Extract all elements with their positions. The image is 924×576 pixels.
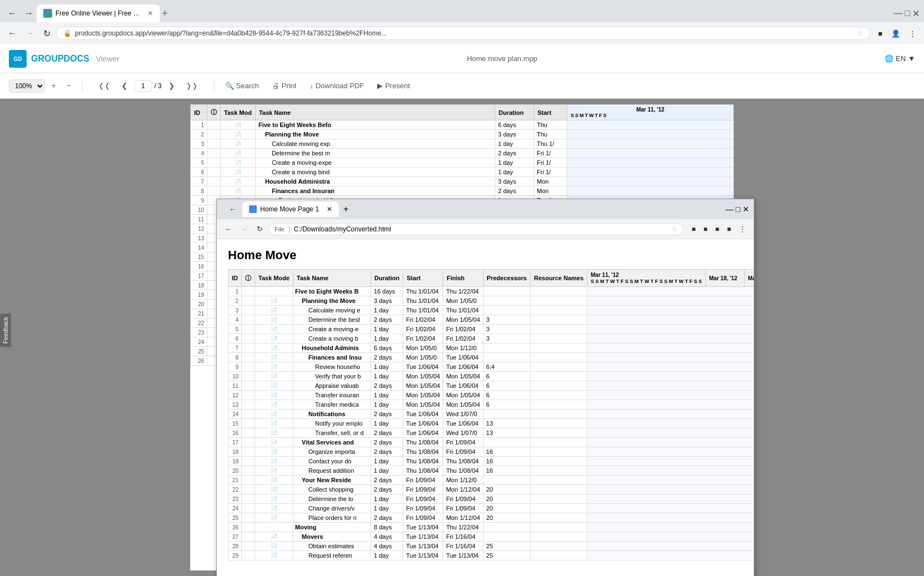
profile-btn[interactable]: 👤 — [888, 27, 903, 40]
col-taskname: Task Name — [255, 105, 495, 120]
html-row-start: Fri 1/09/04 — [403, 485, 443, 494]
back-btn[interactable]: ← — [4, 6, 20, 21]
html-row-id: 23 — [229, 494, 242, 504]
row-task-name: Finances and Insuran — [255, 186, 495, 196]
html-col-taskmode: Task Mode — [255, 270, 293, 287]
second-ext-btn-1[interactable]: ■ — [688, 223, 699, 235]
download-btn[interactable]: ↓ Download PDF — [305, 79, 368, 92]
html-row-name: Notify your emplo — [293, 419, 371, 428]
html-row-info — [242, 391, 255, 400]
close-btn[interactable]: ✕ — [912, 8, 920, 19]
second-ext-btn-4[interactable]: ■ — [724, 223, 734, 235]
html-row-predecessors — [483, 438, 530, 447]
html-row-id: 15 — [229, 419, 242, 428]
html-row-mode: 📄 — [255, 410, 293, 419]
second-maximize-btn[interactable]: □ — [736, 205, 740, 214]
maximize-btn[interactable]: □ — [905, 8, 910, 18]
html-row-finish: Thu 1/01/04 — [443, 306, 483, 315]
second-ext-btn-2[interactable]: ■ — [700, 223, 710, 235]
second-ext-btn-3[interactable]: ■ — [712, 223, 723, 235]
second-reload[interactable]: ↻ — [253, 223, 266, 235]
html-row-predecessors: 20 — [483, 485, 530, 494]
html-col-taskname: Task Name — [293, 270, 371, 287]
second-tab-close[interactable]: ✕ — [327, 205, 332, 213]
print-btn[interactable]: 🖨 Print — [268, 79, 301, 92]
html-row-info — [242, 504, 255, 513]
active-tab[interactable]: Free Online Viewer | Free Grou... ✕ — [37, 4, 160, 22]
html-row-duration: 2 days — [371, 476, 403, 485]
page-input[interactable]: 1 — [134, 80, 152, 92]
html-row-gantt — [587, 287, 754, 296]
html-row-predecessors: 20 — [483, 494, 530, 504]
html-row-resources — [530, 447, 587, 457]
html-row-name: Determine the lo — [293, 494, 371, 504]
present-btn[interactable]: ▶ Present — [373, 79, 414, 92]
second-active-tab[interactable]: Home Move Page 1 ✕ — [242, 201, 339, 217]
prev-page-btn[interactable]: ❮ — [117, 79, 132, 92]
address-bar[interactable]: 🔒 products.groupdocs.app/viewer/app/?lan… — [56, 27, 870, 40]
forward-nav-btn[interactable]: → — [22, 26, 38, 41]
html-table-row: 13 📄 Transfer medica 1 day Mon 1/05/04 M… — [229, 400, 754, 410]
html-table-row: 7 📄 Household Adminis 6 days Mon 1/05/0 … — [229, 343, 754, 353]
html-table-row: 5 📄 Create a moving-e 1 day Fri 1/02/04 … — [229, 325, 754, 334]
html-row-gantt — [587, 504, 754, 513]
zoom-out-btn[interactable]: − — [63, 79, 76, 92]
html-row-gantt — [587, 325, 754, 334]
second-star-icon[interactable]: ☆ — [672, 225, 678, 233]
html-row-gantt — [587, 532, 754, 542]
first-page-btn[interactable]: ❬❬ — [94, 79, 115, 92]
new-tab-btn[interactable]: + — [162, 8, 168, 19]
feedback-tab[interactable]: Feedback — [0, 314, 11, 347]
html-row-start: Tue 1/13/04 — [403, 551, 443, 560]
second-address-bar[interactable]: File | C:/Downloads/myConverted.html ☆ — [268, 223, 684, 235]
html-col-finish: Finish — [443, 270, 483, 287]
forward-btn[interactable]: → — [21, 6, 37, 21]
second-back-nav[interactable]: ← — [221, 223, 235, 235]
html-row-duration: 1 day — [371, 334, 403, 343]
second-back-btn[interactable]: ← — [226, 203, 240, 216]
html-row-predecessors: 13 — [483, 428, 530, 438]
second-forward-nav[interactable]: → — [237, 223, 251, 235]
menu-btn[interactable]: ⋮ — [906, 27, 920, 40]
html-table-row: 28 📄 Obtain estimates 4 days Tue 1/13/04… — [229, 542, 754, 551]
html-row-duration: 1 day — [371, 504, 403, 513]
row-task-name: Create a moving-expe — [255, 158, 495, 168]
minimize-btn[interactable]: — — [893, 8, 902, 18]
tab-close-btn[interactable]: ✕ — [148, 9, 153, 17]
second-new-tab-btn[interactable]: + — [341, 204, 351, 214]
html-col-predecessors: Predecessors — [483, 270, 530, 287]
extensions-btn[interactable]: ■ — [875, 27, 886, 40]
html-row-name: Transfer, sell, or d — [293, 428, 371, 438]
html-row-gantt — [587, 485, 754, 494]
row-id: 11 — [191, 215, 207, 224]
second-menu-btn[interactable]: ⋮ — [735, 223, 749, 235]
zoom-select[interactable]: 100% 75% 150% — [9, 79, 45, 93]
html-row-predecessors — [483, 306, 530, 315]
html-row-start: Tue 1/13/04 — [403, 542, 443, 551]
html-row-finish: Mon 1/05/0 — [443, 296, 483, 306]
last-page-btn[interactable]: ❭❭ — [181, 79, 202, 92]
row-id: 12 — [191, 224, 207, 234]
zoom-in-btn[interactable]: + — [47, 79, 60, 92]
reload-btn[interactable]: ↻ — [40, 26, 54, 41]
html-row-resources — [530, 362, 587, 372]
html-row-name: Place orders for n — [293, 513, 371, 523]
search-btn[interactable]: 🔍 Search — [221, 79, 263, 92]
back-nav-btn[interactable]: ← — [4, 26, 20, 41]
html-row-mode: 📄 — [255, 476, 293, 485]
row-info-icon — [207, 168, 221, 177]
html-content[interactable]: Home Move ID ⓘ Task Mode Task Name Durat… — [217, 239, 754, 576]
html-row-name: Change drivers/v — [293, 504, 371, 513]
html-row-mode: 📄 — [255, 532, 293, 542]
second-close-btn[interactable]: ✕ — [743, 205, 749, 214]
lang-selector[interactable]: 🌐 EN ▼ — [885, 54, 915, 63]
html-row-finish: Tue 1/13/04 — [443, 551, 483, 560]
next-page-btn[interactable]: ❯ — [164, 79, 179, 92]
html-row-resources — [530, 504, 587, 513]
html-row-info — [242, 362, 255, 372]
html-row-start: Tue 1/13/04 — [403, 523, 443, 532]
html-row-finish: Tue 1/06/04 — [443, 419, 483, 428]
html-row-gantt — [587, 438, 754, 447]
star-icon[interactable]: ☆ — [857, 29, 863, 37]
second-minimize-btn[interactable]: — — [726, 205, 734, 214]
